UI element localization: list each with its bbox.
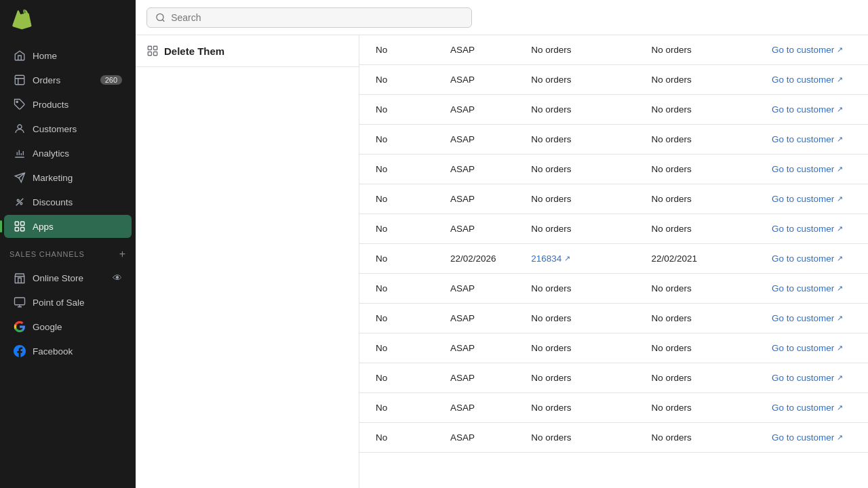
external-link-icon: ↗ [837, 195, 843, 203]
discounts-icon [14, 196, 26, 208]
cell-action[interactable]: Go to customer↗ [761, 363, 868, 393]
sidebar-item-google-label: Google [33, 322, 62, 332]
orders-icon [14, 74, 26, 86]
cell-no: No [359, 304, 439, 333]
cell-action[interactable]: Go to customer↗ [761, 155, 868, 184]
cell-date: ASAP [439, 274, 520, 304]
sidebar-item-online-store[interactable]: Online Store 👁 [4, 266, 132, 289]
go-to-customer-link[interactable]: Go to customer↗ [772, 313, 857, 323]
sidebar-item-marketing[interactable]: Marketing [4, 166, 132, 189]
cell-orders2: No orders [640, 423, 760, 453]
svg-rect-6 [21, 222, 24, 225]
sidebar-item-orders[interactable]: Orders 260 [4, 68, 132, 92]
sidebar-item-apps-label: Apps [33, 222, 54, 232]
cell-no: No [359, 125, 439, 155]
cell-action[interactable]: Go to customer↗ [761, 274, 868, 304]
sidebar-item-products[interactable]: Products [4, 93, 132, 116]
sidebar-item-customers-label: Customers [33, 124, 77, 134]
cell-orders1: No orders [520, 184, 640, 214]
cell-no: No [359, 35, 439, 65]
go-to-customer-link[interactable]: Go to customer↗ [772, 134, 857, 144]
orders-badge: 260 [100, 75, 122, 85]
sidebar-item-discounts[interactable]: Discounts [4, 190, 132, 214]
go-to-customer-link[interactable]: Go to customer↗ [772, 75, 857, 85]
go-to-customer-link[interactable]: Go to customer↗ [772, 45, 857, 55]
cell-orders2: No orders [640, 155, 760, 184]
store-icon [14, 272, 26, 284]
data-table: NoASAPNo ordersNo ordersGo to customer↗N… [359, 35, 868, 453]
order-link[interactable]: 216834↗ [531, 253, 629, 264]
svg-point-3 [17, 199, 19, 201]
cell-no: No [359, 214, 439, 244]
svg-rect-12 [154, 46, 157, 49]
cell-orders1: No orders [520, 333, 640, 363]
go-to-customer-link[interactable]: Go to customer↗ [772, 224, 857, 234]
pos-icon [14, 296, 26, 308]
cell-orders1[interactable]: 216834↗ [520, 244, 640, 274]
external-link-icon: ↗ [837, 135, 843, 144]
cell-date: ASAP [439, 184, 520, 214]
cell-orders1: No orders [520, 214, 640, 244]
sidebar-item-online-store-label: Online Store [33, 273, 83, 283]
cell-orders2: No orders [640, 65, 760, 95]
cell-orders1: No orders [520, 423, 640, 453]
table-row: NoASAPNo ordersNo ordersGo to customer↗ [359, 333, 868, 363]
search-box[interactable] [146, 7, 472, 28]
cell-action[interactable]: Go to customer↗ [761, 393, 868, 423]
sales-channels-label: SALES CHANNELS [9, 250, 85, 258]
cell-no: No [359, 65, 439, 95]
sales-channels-nav: Online Store 👁 Point of Sale Google Face… [0, 263, 136, 366]
sidebar-item-point-of-sale[interactable]: Point of Sale [4, 291, 132, 314]
cell-action[interactable]: Go to customer↗ [761, 423, 868, 453]
sidebar-item-analytics[interactable]: Analytics [4, 142, 132, 165]
table-area: NoASAPNo ordersNo ordersGo to customer↗N… [359, 35, 868, 488]
table-row: NoASAPNo ordersNo ordersGo to customer↗ [359, 184, 868, 214]
go-to-customer-link[interactable]: Go to customer↗ [772, 283, 857, 293]
sidebar-item-orders-label: Orders [33, 75, 60, 85]
cell-action[interactable]: Go to customer↗ [761, 333, 868, 363]
go-to-customer-link[interactable]: Go to customer↗ [772, 164, 857, 174]
go-to-customer-link[interactable]: Go to customer↗ [772, 432, 857, 443]
go-to-customer-link[interactable]: Go to customer↗ [772, 403, 857, 413]
go-to-customer-link[interactable]: Go to customer↗ [772, 194, 857, 204]
online-store-visibility-icon[interactable]: 👁 [113, 272, 122, 283]
apps-icon [14, 220, 26, 232]
grid-icon [146, 45, 159, 57]
cell-action[interactable]: Go to customer↗ [761, 244, 868, 274]
go-to-customer-link[interactable]: Go to customer↗ [772, 343, 857, 353]
go-to-customer-link[interactable]: Go to customer↗ [772, 373, 857, 383]
svg-rect-13 [148, 52, 151, 56]
cell-no: No [359, 393, 439, 423]
go-to-customer-link[interactable]: Go to customer↗ [772, 253, 857, 264]
sidebar-item-customers[interactable]: Customers [4, 117, 132, 140]
sidebar-item-google[interactable]: Google [4, 315, 132, 338]
cell-date: 22/02/2026 [439, 244, 520, 274]
external-link-icon: ↗ [837, 403, 843, 412]
sidebar-item-facebook[interactable]: Facebook [4, 340, 132, 363]
external-link-icon: ↗ [837, 284, 843, 293]
external-link-icon: ↗ [837, 344, 843, 352]
go-to-customer-link[interactable]: Go to customer↗ [772, 104, 857, 115]
cell-orders2: No orders [640, 214, 760, 244]
external-link-icon: ↗ [837, 224, 843, 233]
home-icon [14, 49, 26, 62]
table-row: No22/02/2026216834↗22/02/2021Go to custo… [359, 244, 868, 274]
sidebar-navigation: Home Orders 260 Products Customers [0, 41, 136, 241]
cell-orders1: No orders [520, 125, 640, 155]
sidebar-item-home[interactable]: Home [4, 44, 132, 67]
cell-action[interactable]: Go to customer↗ [761, 35, 868, 65]
cell-action[interactable]: Go to customer↗ [761, 95, 868, 125]
cell-action[interactable]: Go to customer↗ [761, 304, 868, 333]
cell-action[interactable]: Go to customer↗ [761, 214, 868, 244]
cell-date: ASAP [439, 95, 520, 125]
cell-action[interactable]: Go to customer↗ [761, 184, 868, 214]
svg-point-2 [18, 125, 22, 129]
svg-rect-0 [15, 75, 24, 85]
cell-action[interactable]: Go to customer↗ [761, 65, 868, 95]
add-sales-channel-icon[interactable]: + [119, 248, 126, 260]
external-link-icon: ↗ [837, 373, 843, 382]
cell-date: ASAP [439, 333, 520, 363]
sidebar-item-apps[interactable]: Apps [4, 215, 132, 238]
cell-action[interactable]: Go to customer↗ [761, 125, 868, 155]
search-input[interactable] [171, 12, 463, 23]
